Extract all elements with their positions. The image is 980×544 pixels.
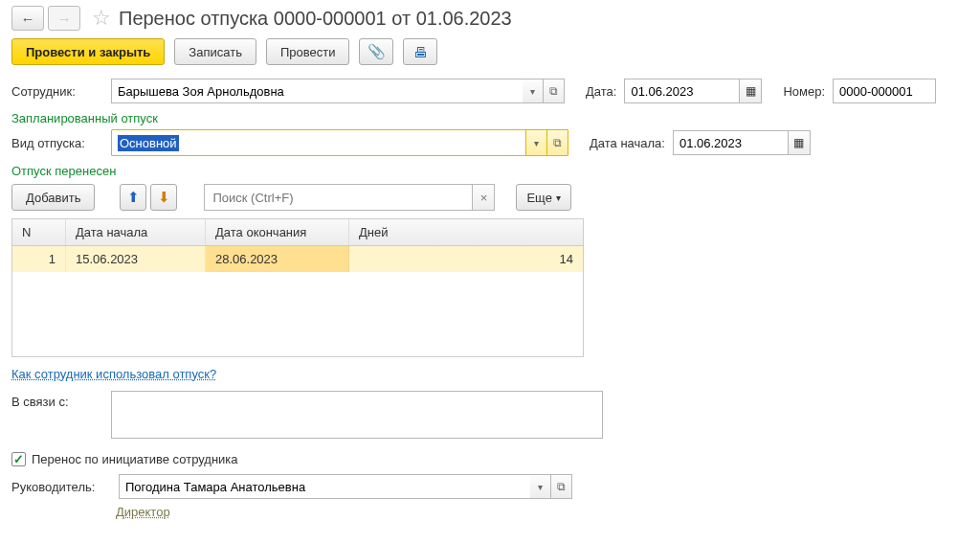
paperclip-icon: 📎 [368,43,386,60]
transferred-section-label: Отпуск перенесен [0,160,980,178]
table-search-clear-button[interactable]: × [472,184,495,211]
manager-dropdown-button[interactable]: ▾ [530,474,551,499]
table-row[interactable]: 1 15.06.2023 28.06.2023 14 [12,246,583,272]
manager-position-link[interactable]: Директор [0,503,170,525]
initiative-label: Перенос по инициативе сотрудника [32,452,238,466]
save-button[interactable]: Записать [174,38,256,65]
vacation-usage-link[interactable]: Как сотрудник использовал отпуск? [0,357,228,385]
manager-open-button[interactable]: ⧉ [551,474,572,499]
arrow-up-icon: ⬆ [127,189,140,206]
start-date-label: Дата начала: [590,136,665,150]
submit-and-close-button[interactable]: Провести и закрыть [11,38,165,65]
table-more-button[interactable]: Еще ▾ [516,184,570,211]
calendar-icon: ▦ [793,136,804,149]
favorite-star-icon[interactable]: ☆ [90,6,113,31]
reason-textarea[interactable] [111,391,603,439]
planned-section-label: Запланированный отпуск [0,107,980,125]
date-calendar-button[interactable]: ▦ [739,79,762,103]
chevron-down-icon: ▾ [534,138,539,148]
manager-label: Руководитель: [11,480,111,494]
chevron-down-icon: ▾ [556,193,561,203]
transferred-table: N Дата начала Дата окончания Дней 1 15.0… [11,218,584,357]
nav-forward-button[interactable]: → [48,6,80,31]
nav-back-button[interactable]: ← [11,6,44,31]
submit-button[interactable]: Провести [266,38,350,65]
reason-label: В связи с: [11,391,103,409]
open-icon: ⧉ [553,136,562,149]
col-days-header[interactable]: Дней [349,219,583,245]
arrow-down-icon: ⬇ [158,189,170,206]
col-end-header[interactable]: Дата окончания [206,219,349,245]
col-start-header[interactable]: Дата начала [66,219,206,245]
vacation-kind-open-button[interactable]: ⧉ [546,130,568,155]
close-icon: × [480,191,488,205]
cell-days: 14 [349,246,583,272]
open-icon: ⧉ [557,480,566,493]
employee-label: Сотрудник: [11,84,103,99]
vacation-kind-value: Основной [118,135,179,151]
number-label: Номер: [783,84,825,99]
start-date-input[interactable] [673,130,788,155]
vacation-kind-input[interactable]: Основной [112,130,525,155]
more-label: Еще [526,191,551,205]
arrow-right-icon: → [57,11,72,27]
print-button[interactable]: 🖶 [403,38,437,65]
start-date-calendar-button[interactable]: ▦ [788,130,811,155]
calendar-icon: ▦ [746,84,756,98]
vacation-kind-dropdown-button[interactable]: ▾ [525,130,546,155]
manager-input[interactable] [119,474,530,499]
cell-start: 15.06.2023 [66,246,206,272]
move-down-button[interactable]: ⬇ [150,184,177,211]
date-input[interactable] [624,79,739,103]
chevron-down-icon: ▾ [530,86,535,97]
vacation-kind-label: Вид отпуска: [11,136,103,150]
printer-icon: 🖶 [413,44,428,60]
initiative-checkbox[interactable]: ✓ [11,452,26,466]
add-row-button[interactable]: Добавить [11,184,95,211]
cell-end: 28.06.2023 [206,246,349,272]
employee-dropdown-button[interactable]: ▾ [523,79,544,103]
table-empty-area[interactable] [12,272,583,356]
open-icon: ⧉ [549,84,558,98]
table-search-input[interactable] [204,184,472,211]
attach-button[interactable]: 📎 [359,38,393,65]
cell-n: 1 [12,246,66,272]
employee-open-button[interactable]: ⧉ [544,79,565,103]
chevron-down-icon: ▾ [538,482,543,492]
page-title: Перенос отпуска 0000-000001 от 01.06.202… [119,8,512,30]
employee-input[interactable] [111,79,523,103]
col-n-header[interactable]: N [12,219,66,245]
move-up-button[interactable]: ⬆ [120,184,146,211]
number-input[interactable] [833,79,936,103]
date-label: Дата: [586,84,616,99]
arrow-left-icon: ← [21,11,35,27]
